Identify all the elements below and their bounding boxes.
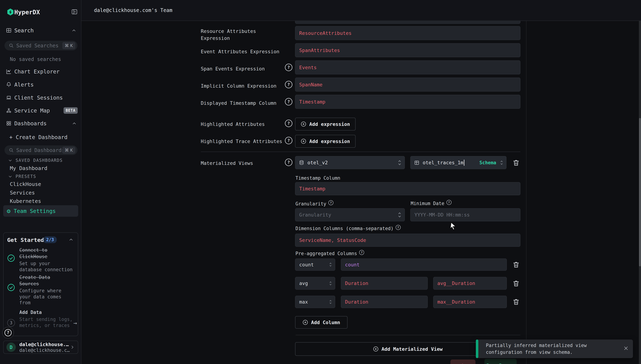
kbd-shortcut: ⌘ K (62, 42, 75, 49)
field-label: Materialized Views (201, 160, 285, 166)
granularity-select[interactable]: Granularity (295, 208, 405, 221)
mouse-cursor (450, 222, 457, 230)
preagg-col-input[interactable]: Duration (341, 296, 428, 308)
sidebar-item-kubernetes[interactable]: Kubernetes (10, 198, 41, 204)
get-started-header[interactable]: Get Started 2/3 (4, 233, 78, 246)
field-label: Implicit Column Expression (201, 82, 285, 90)
sidebar-item-alerts[interactable]: Alerts (0, 80, 81, 90)
delete-button[interactable]: Delete (450, 360, 475, 364)
get-started-item-sources[interactable]: Create Data Sources Configure where your… (7, 274, 75, 306)
team-settings-label: Team Settings (14, 208, 56, 214)
input-value: Timestamp (299, 99, 325, 104)
delete-view-trash-icon[interactable] (512, 159, 520, 166)
add-column-button[interactable]: Add Column (295, 316, 348, 328)
sub-label: Timestamp Column (295, 176, 340, 181)
input-value: ResourceAttributes (299, 30, 352, 36)
user-email: dale@clickhouse.c… (19, 348, 70, 353)
displayed-timestamp-input[interactable]: Timestamp (295, 95, 520, 109)
get-started-item-add-data[interactable]: 3 Add Data Start sending logs, metrics, … (7, 309, 75, 328)
chart-icon (6, 69, 12, 74)
sidebar-item-dashboards[interactable]: Dashboards (0, 118, 81, 128)
create-dashboard-button[interactable]: + Create Dashboard (9, 134, 68, 140)
help-icon[interactable]: ? (285, 158, 292, 166)
arrow-right-icon: → (73, 319, 77, 326)
saved-dashboards-section[interactable]: SAVED DASHBOARDS (8, 157, 63, 164)
preagg-alias-input[interactable]: max__Duration (433, 296, 507, 308)
span-events-input[interactable]: Events (295, 60, 520, 74)
sidebar-item-service-map[interactable]: Service Map BETA (0, 106, 81, 116)
step-number: 3 (7, 319, 15, 327)
sidebar-group-search[interactable]: Search (0, 27, 81, 35)
page-title: dale@clickhouse.com's Team (94, 7, 172, 13)
resource-attributes-input[interactable]: ResourceAttributes (295, 26, 520, 40)
mv-database-select[interactable]: otel_v2 (295, 156, 405, 169)
presets-section[interactable]: PRESETS (8, 174, 36, 180)
laptop-icon (6, 95, 12, 100)
button-label: Add Column (311, 320, 340, 325)
mv-table-input[interactable]: otel_traces_1m Schema (410, 156, 506, 169)
help-button[interactable]: ? (2, 327, 14, 338)
sidebar-item-chart-explorer[interactable]: Chart Explorer (0, 66, 81, 76)
cutoff-input[interactable] (295, 21, 520, 24)
plus-circle-icon (301, 121, 306, 127)
select-value: max (299, 299, 308, 305)
get-started-item-connect[interactable]: Connect to ClickHouse Set up your databa… (7, 247, 75, 273)
sidebar-item-my-dashboard[interactable]: My Dashboard (10, 165, 48, 171)
dimension-columns-input[interactable]: ServiceName, StatusCode (295, 234, 520, 247)
help-icon[interactable]: ? (285, 120, 292, 127)
sidebar-collapse-icon[interactable] (71, 8, 78, 15)
sidebar-item-client-sessions[interactable]: Client Sessions (0, 92, 81, 102)
close-icon[interactable] (623, 346, 629, 351)
chevron-down-icon (8, 174, 12, 178)
preagg-alias-input[interactable]: avg__Duration (433, 277, 507, 290)
help-icon[interactable]: ? (328, 200, 333, 205)
kbd-shortcut: ⌘ K (62, 146, 75, 154)
help-icon[interactable]: ? (285, 98, 292, 106)
add-expression-button[interactable]: Add expression (295, 118, 356, 130)
user-menu[interactable]: D dale@clickhouse.… dale@clickhouse.c… (3, 340, 78, 354)
sidebar: HyperDX Search Saved Searches ⌘ K No sav… (0, 0, 81, 364)
sidebar-item-clickhouse[interactable]: ClickHouse (10, 181, 41, 187)
scrollbar-thumb[interactable] (639, 118, 641, 266)
add-expression-button[interactable]: Add expression (295, 135, 356, 148)
saved-searches-input[interactable]: Saved Searches ⌘ K (5, 41, 78, 50)
help-icon[interactable]: ? (285, 81, 292, 88)
event-attributes-input[interactable]: SpanAttributes (295, 43, 520, 57)
step-desc: Set up your database connection (19, 261, 73, 273)
help-icon[interactable]: ? (396, 225, 401, 230)
saved-searches-placeholder: Saved Searches (16, 43, 62, 49)
search-icon (9, 43, 14, 48)
step-desc: Start sending logs, metrics, or traces (19, 316, 73, 328)
saved-dashboards-input[interactable]: Saved Dashboards ⌘ K (5, 145, 78, 155)
step-title: Connect to ClickHouse (19, 247, 66, 260)
mv-timestamp-input[interactable]: Timestamp (295, 182, 520, 195)
help-icon[interactable]: ? (285, 137, 292, 144)
sidebar-item-label: Alerts (14, 82, 34, 88)
preagg-fn-select[interactable]: count (295, 258, 335, 271)
sidebar-item-team-settings[interactable]: ⚙ Team Settings (3, 205, 78, 217)
minimum-date-input[interactable]: YYYY-MM-DD HH:mm:ss (410, 208, 520, 221)
help-icon[interactable]: ? (359, 250, 364, 255)
select-chevrons-icon (398, 212, 402, 218)
schema-link[interactable]: Schema (479, 160, 496, 165)
save-source-button[interactable]: Save Source (484, 359, 517, 364)
preagg-col-input[interactable]: count (341, 258, 507, 271)
preagg-fn-select[interactable]: avg (295, 277, 335, 290)
delete-column-trash-icon[interactable] (512, 298, 520, 306)
sidebar-item-services[interactable]: Services (10, 190, 35, 196)
table-icon (414, 160, 420, 165)
step-title: Add Data (19, 309, 66, 316)
select-value: count (299, 262, 314, 268)
topbar: dale@clickhouse.com's Team (81, 0, 641, 21)
sub-label: Pre-aggregated Columns? (295, 251, 364, 256)
implicit-column-input[interactable]: SpanName (295, 78, 520, 92)
preagg-col-input[interactable]: Duration (341, 277, 428, 290)
help-icon[interactable]: ? (285, 64, 292, 71)
preagg-fn-select[interactable]: max (295, 296, 335, 308)
scrollbar[interactable] (639, 21, 641, 364)
delete-column-trash-icon[interactable] (512, 280, 520, 287)
sidebar-item-label: Service Map (14, 108, 50, 114)
saved-dashboards-placeholder: Saved Dashboards (16, 147, 62, 153)
help-icon[interactable]: ? (447, 200, 452, 205)
delete-column-trash-icon[interactable] (512, 261, 520, 268)
